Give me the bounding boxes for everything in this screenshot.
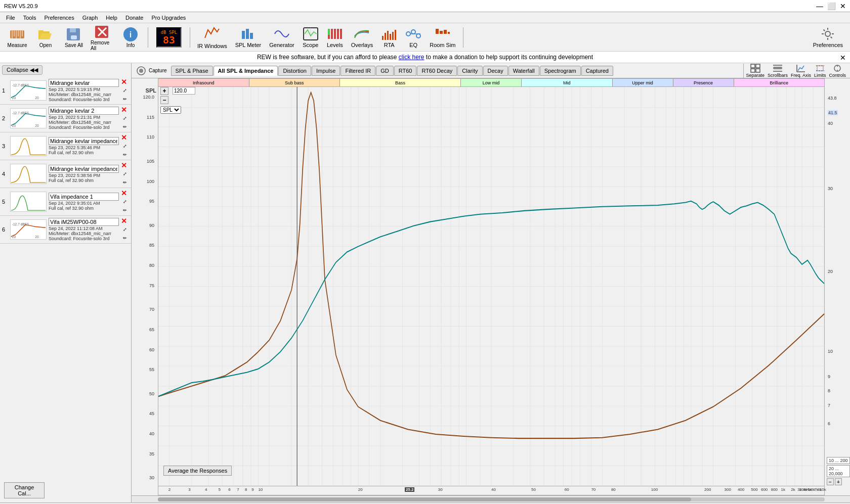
remove-all-button[interactable]: Remove All <box>89 24 115 51</box>
meas-action-goto-5[interactable]: ⤢ <box>121 198 129 206</box>
preferences-button[interactable]: Preferences <box>810 26 846 49</box>
eq-button[interactable]: EQ <box>402 26 424 49</box>
x-label-6: 6 <box>228 487 230 492</box>
tab-all-spl[interactable]: All SPL & Impedance <box>214 66 278 76</box>
controls-button[interactable]: Controls <box>829 64 846 78</box>
spl-input-container <box>173 87 195 95</box>
menu-graph[interactable]: Graph <box>78 14 102 22</box>
ir-windows-button[interactable]: IR Windows <box>194 25 230 50</box>
zoom-out-button[interactable]: − <box>160 96 168 104</box>
meas-action-edit-4[interactable]: ✏ <box>121 178 129 187</box>
x-label-10k: 10k <box>820 487 826 492</box>
meas-name-input-1[interactable] <box>49 79 119 87</box>
spl-dropdown[interactable]: SPL <box>160 106 181 114</box>
meas-action-goto-6[interactable]: ⤢ <box>121 225 129 234</box>
menu-donate[interactable]: Donate <box>121 14 147 22</box>
meas-name-input-4[interactable] <box>49 165 119 173</box>
meas-close-3[interactable]: ✕ <box>121 133 129 142</box>
capture-label: Capture <box>149 68 167 73</box>
zoom-in-button[interactable]: + <box>160 87 168 95</box>
range-box-10-200[interactable]: 10 ... 200 <box>827 457 850 464</box>
meas-name-input-3[interactable] <box>49 137 119 145</box>
rta-button[interactable]: RTA <box>378 26 400 49</box>
meas-close-2[interactable]: ✕ <box>121 106 129 114</box>
tab-filtered-ir[interactable]: Filtered IR <box>341 66 375 76</box>
tab-decay[interactable]: Decay <box>483 66 508 76</box>
meas-action-goto-2[interactable]: ⤢ <box>121 114 129 122</box>
range-box-20-20000[interactable]: 20 ... 20,000 <box>827 465 850 477</box>
menu-file[interactable]: File <box>2 14 19 22</box>
scope-button[interactable]: Scope <box>300 26 322 49</box>
meas-close-5[interactable]: ✕ <box>121 189 129 197</box>
scrollbars-button[interactable]: Scrollbars <box>768 64 788 78</box>
measurement-item-4: 4 Sep 23, 2022 5:38:56 PM Full cal, ref … <box>0 160 131 188</box>
meas-action-edit-1[interactable]: ✏ <box>121 95 129 103</box>
meas-action-edit-5[interactable]: ✏ <box>121 206 129 214</box>
maximize-btn[interactable]: ⬜ <box>827 2 836 10</box>
meas-close-6[interactable]: ✕ <box>121 217 129 225</box>
meas-name-input-5[interactable] <box>49 193 119 201</box>
spl-val-70: 70 <box>149 307 154 312</box>
x-label-7: 7 <box>237 487 239 492</box>
meas-close-1[interactable]: ✕ <box>121 78 129 86</box>
meas-action-edit-3[interactable]: ✏ <box>121 151 129 159</box>
zoom-horiz-minus[interactable]: − <box>827 478 834 485</box>
meas-action-edit-6[interactable]: ✏ <box>121 234 129 242</box>
freq-axis-button[interactable]: Freq. Axis <box>791 64 811 78</box>
tab-clarity[interactable]: Clarity <box>457 66 482 76</box>
meas-action-goto-4[interactable]: ⤢ <box>121 170 129 178</box>
tab-distortion[interactable]: Distortion <box>278 66 311 76</box>
h-scrollbar-thumb[interactable] <box>158 497 691 501</box>
preferences-label: Preferences <box>813 42 843 48</box>
zoom-horiz-plus[interactable]: + <box>835 478 842 485</box>
tab-spectrogram[interactable]: Spectrogram <box>540 66 581 76</box>
meas-name-input-2[interactable] <box>49 107 119 115</box>
room-sim-button[interactable]: Room Sim <box>427 26 458 49</box>
tab-gd[interactable]: GD <box>376 66 394 76</box>
window-controls[interactable]: — ⬜ ✕ <box>816 2 846 10</box>
close-btn[interactable]: ✕ <box>840 2 846 10</box>
open-button[interactable]: Open <box>32 24 59 51</box>
spl-val-110: 110 <box>147 134 154 140</box>
generator-button[interactable]: Generator <box>266 26 298 49</box>
tab-spl-phase[interactable]: SPL & Phase <box>171 66 213 76</box>
change-cal-button[interactable]: Change Cal... <box>4 482 45 498</box>
h-scrollbar[interactable] <box>132 495 850 502</box>
band-brilliance: Brilliance <box>734 79 825 86</box>
spl-meter-button[interactable]: SPL Meter <box>232 26 265 49</box>
svg-rect-33 <box>392 32 394 40</box>
donation-close-button[interactable]: ✕ <box>840 54 846 62</box>
measurement-item-6: 6 2020-12.7 dBFS Sep 24, 2022 11:12:08 A… <box>0 216 131 244</box>
overlays-button[interactable]: Overlays <box>348 26 376 49</box>
donation-link[interactable]: click here <box>399 54 424 61</box>
tab-captured[interactable]: Captured <box>581 66 613 76</box>
tab-rt60-decay[interactable]: RT60 Decay <box>417 66 457 76</box>
tab-impulse[interactable]: Impulse <box>312 66 341 76</box>
levels-button[interactable]: Levels <box>324 26 346 49</box>
meas-action-goto-1[interactable]: ⤢ <box>121 86 129 95</box>
measure-button[interactable]: Measure <box>4 24 30 51</box>
tab-waterfall[interactable]: Waterfall <box>508 66 539 76</box>
limits-button[interactable]: Limits <box>814 64 826 78</box>
spl-input-field[interactable] <box>173 87 195 95</box>
minimize-btn[interactable]: — <box>816 2 823 10</box>
svg-point-37 <box>411 30 415 34</box>
menu-preferences[interactable]: Preferences <box>40 14 78 22</box>
meas-action-goto-3[interactable]: ⤢ <box>121 142 129 150</box>
menu-help[interactable]: Help <box>102 14 121 22</box>
collapse-button[interactable]: Collapse ◀◀ <box>2 65 42 75</box>
average-responses-button[interactable]: Average the Responses <box>163 466 232 476</box>
save-all-button[interactable]: Save All <box>61 24 87 51</box>
menu-tools[interactable]: Tools <box>19 14 40 22</box>
info-button[interactable]: i Info <box>117 24 144 51</box>
tab-rt60[interactable]: RT60 <box>394 66 417 76</box>
separate-button[interactable]: Separate <box>746 64 764 78</box>
meas-close-4[interactable]: ✕ <box>121 161 129 169</box>
right-toolbar-tools: Separate Scrollbars Freq. Axis Limits Co… <box>743 64 848 78</box>
svg-rect-34 <box>395 30 396 40</box>
svg-rect-18 <box>246 29 249 39</box>
meas-name-input-6[interactable] <box>49 218 119 226</box>
menu-pro-upgrades[interactable]: Pro Upgrades <box>147 14 190 22</box>
svg-line-49 <box>831 36 832 38</box>
meas-action-edit-2[interactable]: ✏ <box>121 123 129 131</box>
